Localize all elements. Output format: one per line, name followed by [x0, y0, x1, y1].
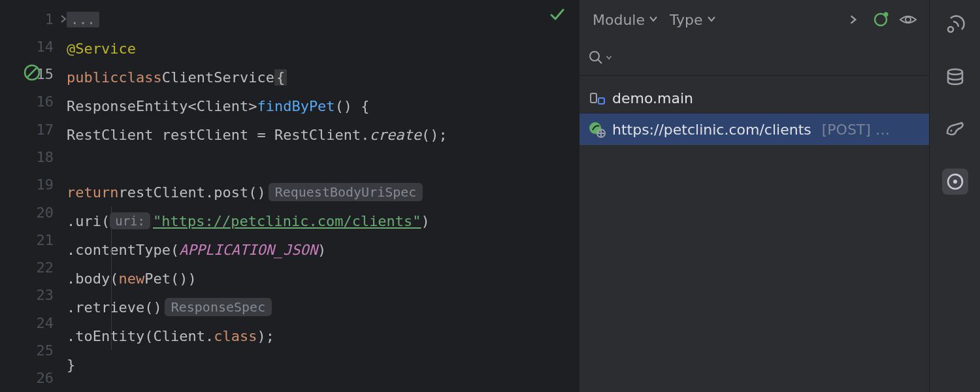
- annotation: @Service: [67, 41, 136, 57]
- gutter-line: 20: [0, 199, 63, 226]
- line-number: 26: [37, 370, 54, 386]
- endpoints-tree: demo.main https://petclinic.com/clients …: [580, 76, 929, 145]
- endpoint-url: https://petclinic.com/clients: [612, 122, 811, 138]
- brace: {: [274, 69, 287, 86]
- code-line[interactable]: public class ClientService {: [63, 63, 579, 91]
- openapi-icon[interactable]: [869, 8, 892, 31]
- code-text: ): [421, 213, 430, 229]
- keyword: class: [214, 328, 257, 344]
- spring-icon: [589, 121, 606, 138]
- code-text: .contentType(: [67, 242, 179, 258]
- code-line[interactable]: ...: [63, 5, 579, 34]
- svg-rect-7: [591, 93, 596, 103]
- gradle-icon[interactable]: [942, 116, 968, 142]
- code-line[interactable]: .contentType(APPLICATION_JSON): [63, 235, 579, 264]
- editor-pane: 1 14 15 16 17 18 19 20 21 22 23 24 25 26…: [0, 0, 579, 392]
- gutter-line: 22: [0, 254, 63, 282]
- svg-point-9: [589, 122, 601, 134]
- svg-line-1: [27, 68, 37, 77]
- module-icon: [589, 90, 606, 106]
- gutter-line: 19: [0, 171, 63, 199]
- notifications-icon[interactable]: [942, 12, 968, 38]
- type-dropdown[interactable]: Type: [666, 9, 720, 31]
- gutter: 1 14 15 16 17 18 19 20 21 22 23 24 25 26: [0, 0, 63, 392]
- dropdown-label: Type: [670, 12, 703, 28]
- inlay-param-label: uri:: [110, 212, 150, 229]
- tree-module-row[interactable]: demo.main: [580, 82, 929, 114]
- brace: }: [67, 357, 75, 373]
- keyword: return: [67, 184, 118, 201]
- code-text: .toEntity(Client.: [67, 328, 214, 344]
- svg-point-15: [950, 130, 952, 132]
- code-line[interactable]: RestClient restClient = RestClient.creat…: [63, 120, 579, 149]
- chevron-down-icon: [707, 14, 716, 25]
- string-url[interactable]: "https://petclinic.com/clients": [153, 213, 421, 229]
- line-number: 22: [37, 259, 54, 276]
- code-line[interactable]: .body(new Pet()): [63, 264, 579, 293]
- method-call: create: [370, 127, 421, 143]
- code-area[interactable]: ... @Service public class ClientService …: [63, 0, 579, 392]
- expand-icon[interactable]: [841, 8, 865, 31]
- database-icon[interactable]: [942, 64, 968, 90]
- svg-point-5: [590, 52, 599, 61]
- keyword: class: [118, 69, 161, 86]
- code-text: restClient.post(): [118, 184, 265, 201]
- svg-line-6: [598, 59, 602, 63]
- line-number: 1: [45, 11, 54, 27]
- endpoints-panel: Module Type demo.main: [579, 0, 929, 392]
- gutter-line: 1: [0, 5, 63, 33]
- code-line[interactable]: .retrieve() ResponseSpec: [63, 293, 579, 321]
- svg-point-13: [948, 27, 953, 32]
- code-line[interactable]: return restClient.post() RequestBodyUriS…: [63, 178, 579, 206]
- search-row[interactable]: [580, 39, 929, 76]
- gutter-line: 16: [0, 88, 63, 116]
- line-number: 18: [37, 149, 54, 165]
- inlay-hint: ResponseSpec: [165, 298, 272, 316]
- line-number: 19: [37, 176, 54, 193]
- inlay-hint: RequestBodyUriSpec: [269, 183, 423, 201]
- eye-icon[interactable]: [896, 8, 920, 31]
- right-tool-rail: [929, 0, 980, 392]
- line-number: 16: [37, 93, 54, 110]
- code-line[interactable]: [63, 149, 579, 178]
- chevron-down-icon: [649, 14, 658, 25]
- line-number: 23: [37, 287, 54, 303]
- gutter-line: 24: [0, 309, 63, 336]
- constant: APPLICATION_JSON: [179, 242, 318, 258]
- code-text: RestClient restClient = RestClient.: [67, 127, 370, 143]
- keyword: public: [67, 69, 118, 86]
- code-text: Pet()): [144, 270, 196, 287]
- keyword: new: [118, 270, 144, 287]
- code-line[interactable]: ResponseEntity<Client> findByPet() {: [63, 91, 579, 120]
- code-line[interactable]: @Service: [63, 34, 579, 63]
- gutter-line: 21: [0, 226, 63, 253]
- return-type: ResponseEntity<Client>: [67, 98, 257, 114]
- endpoint-method: [POST] …: [822, 122, 890, 138]
- gutter-line: 26: [0, 365, 63, 392]
- code-line[interactable]: [63, 379, 579, 392]
- line-number: 17: [37, 122, 54, 138]
- search-icon[interactable]: [589, 50, 612, 65]
- svg-point-3: [884, 12, 889, 17]
- code-line[interactable]: }: [63, 350, 579, 379]
- line-number: 21: [37, 232, 54, 248]
- panel-header: Module Type: [580, 0, 929, 39]
- gutter-line: 14: [0, 33, 63, 60]
- method-name: findByPet: [257, 98, 335, 114]
- gutter-line: 15: [0, 61, 63, 88]
- fold-placeholder[interactable]: ...: [67, 12, 99, 27]
- class-name: ClientService: [162, 69, 274, 86]
- line-number: 25: [37, 342, 54, 359]
- gutter-line: 18: [0, 143, 63, 171]
- code-line[interactable]: .toEntity(Client.class);: [63, 321, 579, 350]
- svg-point-4: [906, 17, 911, 22]
- module-dropdown[interactable]: Module: [589, 9, 662, 31]
- line-number: 20: [37, 204, 54, 221]
- line-number: 24: [37, 315, 54, 331]
- endpoints-tool-icon[interactable]: [942, 169, 968, 195]
- gutter-line: 25: [0, 336, 63, 364]
- tree-endpoint-row[interactable]: https://petclinic.com/clients [POST] …: [580, 114, 929, 145]
- line-number: 14: [37, 39, 54, 55]
- svg-point-17: [953, 180, 957, 184]
- code-line[interactable]: .uri(uri: "https://petclinic.com/clients…: [63, 206, 579, 235]
